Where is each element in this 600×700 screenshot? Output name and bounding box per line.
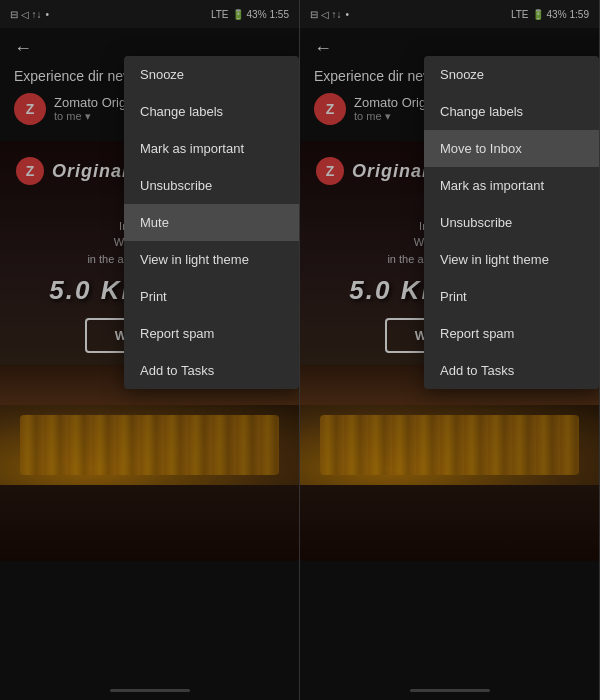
left-phone-panel: ⊟ ◁ ↑↓ • LTE 🔋 43% 1:55 ← Experience dir… [0, 0, 300, 700]
menu-light-theme-left[interactable]: View in light theme [124, 241, 299, 278]
menu-mark-important-right[interactable]: Mark as important [424, 167, 599, 204]
menu-mark-important-left[interactable]: Mark as important [124, 130, 299, 167]
menu-add-tasks-left[interactable]: Add to Tasks [124, 352, 299, 389]
menu-add-tasks-right[interactable]: Add to Tasks [424, 352, 599, 389]
menu-move-inbox-right[interactable]: Move to Inbox [424, 130, 599, 167]
menu-change-labels-right[interactable]: Change labels [424, 93, 599, 130]
menu-print-right[interactable]: Print [424, 278, 599, 315]
dropdown-menu-left: Snooze Change labels Mark as important U… [124, 56, 299, 389]
menu-mute-left[interactable]: Mute [124, 204, 299, 241]
menu-print-left[interactable]: Print [124, 278, 299, 315]
menu-report-spam-left[interactable]: Report spam [124, 315, 299, 352]
dropdown-menu-right: Snooze Change labels Move to Inbox Mark … [424, 56, 599, 389]
menu-unsubscribe-left[interactable]: Unsubscribe [124, 167, 299, 204]
menu-light-theme-right[interactable]: View in light theme [424, 241, 599, 278]
menu-change-labels-left[interactable]: Change labels [124, 93, 299, 130]
menu-snooze-left[interactable]: Snooze [124, 56, 299, 93]
menu-snooze-right[interactable]: Snooze [424, 56, 599, 93]
menu-unsubscribe-right[interactable]: Unsubscribe [424, 204, 599, 241]
menu-report-spam-right[interactable]: Report spam [424, 315, 599, 352]
right-phone-panel: ⊟ ◁ ↑↓ • LTE 🔋 43% 1:59 ← Experience dir… [300, 0, 600, 700]
